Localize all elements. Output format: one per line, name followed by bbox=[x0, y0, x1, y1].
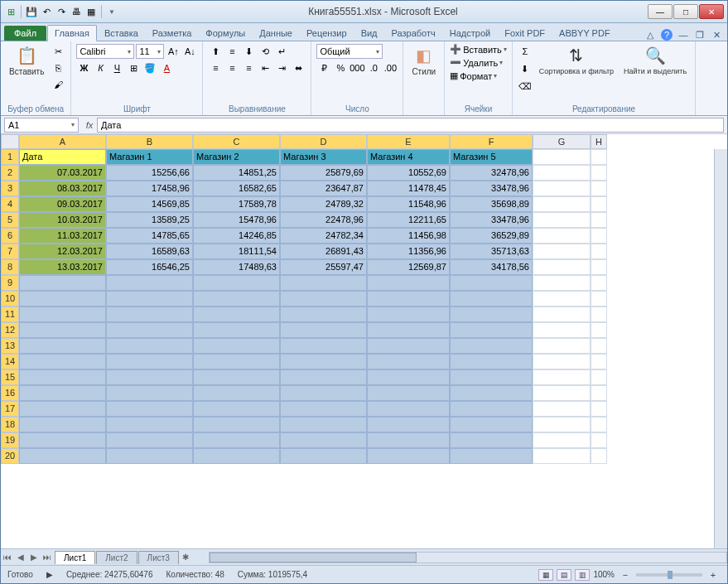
cell[interactable] bbox=[367, 385, 450, 401]
vertical-scrollbar[interactable] bbox=[714, 149, 727, 548]
view-break-icon[interactable]: ▥ bbox=[575, 569, 590, 581]
cell[interactable]: Магазин 5 bbox=[450, 149, 533, 165]
cell[interactable] bbox=[367, 338, 450, 354]
row-header[interactable]: 6 bbox=[1, 228, 19, 244]
tab-insert[interactable]: Вставка bbox=[98, 26, 145, 41]
cell[interactable] bbox=[591, 338, 607, 354]
cell[interactable] bbox=[591, 212, 607, 228]
cell[interactable]: 14569,85 bbox=[106, 196, 193, 212]
cell[interactable] bbox=[280, 432, 367, 448]
cell[interactable] bbox=[533, 448, 591, 464]
cell[interactable]: 16582,65 bbox=[193, 181, 280, 196]
cell[interactable]: 14246,85 bbox=[193, 228, 280, 244]
cell[interactable]: 26891,43 bbox=[280, 244, 367, 259]
cell[interactable]: 08.03.2017 bbox=[19, 181, 106, 196]
column-header[interactable]: A bbox=[19, 134, 106, 149]
cell[interactable] bbox=[367, 275, 450, 291]
cell[interactable] bbox=[280, 401, 367, 417]
cell[interactable]: 16589,63 bbox=[106, 244, 193, 259]
cell[interactable] bbox=[591, 149, 607, 165]
column-header[interactable]: C bbox=[193, 134, 280, 149]
print-icon[interactable]: 🖶 bbox=[70, 5, 83, 18]
row-header[interactable]: 15 bbox=[1, 369, 19, 385]
nav-last-icon[interactable]: ⏭ bbox=[41, 551, 54, 564]
cell[interactable] bbox=[533, 259, 591, 275]
nav-next-icon[interactable]: ▶ bbox=[27, 551, 41, 564]
tab-addins[interactable]: Надстрой bbox=[443, 26, 497, 41]
cell[interactable]: 33478,96 bbox=[450, 212, 533, 228]
cell[interactable]: Магазин 4 bbox=[367, 149, 450, 165]
autosum-icon[interactable]: Σ bbox=[518, 44, 533, 59]
align-top-icon[interactable]: ⬆ bbox=[208, 44, 223, 59]
cell[interactable]: 09.03.2017 bbox=[19, 196, 106, 212]
column-header[interactable]: H bbox=[591, 134, 607, 149]
cell[interactable] bbox=[106, 322, 193, 338]
cell[interactable] bbox=[533, 322, 591, 338]
row-header[interactable]: 16 bbox=[1, 385, 19, 401]
new-sheet-icon[interactable]: ✱ bbox=[179, 551, 192, 564]
cell[interactable]: 12211,65 bbox=[367, 212, 450, 228]
cell[interactable] bbox=[106, 291, 193, 306]
dec-decimal-icon[interactable]: .00 bbox=[383, 60, 398, 75]
cell[interactable]: 34178,56 bbox=[450, 259, 533, 275]
inc-decimal-icon[interactable]: .0 bbox=[366, 60, 381, 75]
zoom-out-icon[interactable]: − bbox=[618, 567, 633, 582]
cell[interactable] bbox=[193, 354, 280, 369]
cell[interactable] bbox=[19, 322, 106, 338]
doc-minimize-icon[interactable]: — bbox=[677, 29, 689, 41]
cell[interactable] bbox=[533, 306, 591, 322]
cell[interactable]: 11478,45 bbox=[367, 181, 450, 196]
underline-icon[interactable]: Ч bbox=[109, 60, 124, 75]
fx-icon[interactable]: fx bbox=[82, 118, 97, 133]
cell[interactable] bbox=[106, 432, 193, 448]
cell[interactable] bbox=[591, 181, 607, 196]
cell[interactable] bbox=[19, 401, 106, 417]
maximize-button[interactable]: □ bbox=[673, 4, 698, 19]
cell[interactable] bbox=[19, 385, 106, 401]
cell[interactable] bbox=[450, 322, 533, 338]
cell[interactable] bbox=[591, 306, 607, 322]
merge-icon[interactable]: ⬌ bbox=[291, 60, 306, 75]
cell[interactable]: 13589,25 bbox=[106, 212, 193, 228]
cell[interactable] bbox=[19, 432, 106, 448]
cell[interactable] bbox=[19, 369, 106, 385]
cell[interactable]: 23647,87 bbox=[280, 181, 367, 196]
size-select[interactable]: 11▾ bbox=[136, 44, 164, 59]
cell[interactable] bbox=[450, 417, 533, 432]
undo-icon[interactable]: ↶ bbox=[40, 5, 53, 18]
cell[interactable] bbox=[193, 401, 280, 417]
cell[interactable]: 14851,25 bbox=[193, 165, 280, 181]
cell[interactable]: 17589,78 bbox=[193, 196, 280, 212]
cell[interactable] bbox=[533, 385, 591, 401]
align-middle-icon[interactable]: ≡ bbox=[224, 44, 239, 59]
find-select-button[interactable]: 🔍 Найти и выделить bbox=[620, 44, 690, 77]
cell[interactable] bbox=[193, 322, 280, 338]
cell[interactable] bbox=[533, 401, 591, 417]
cell[interactable]: 32478,96 bbox=[450, 165, 533, 181]
column-header[interactable]: B bbox=[106, 134, 193, 149]
cell[interactable] bbox=[450, 338, 533, 354]
cell[interactable] bbox=[367, 448, 450, 464]
cells-insert-button[interactable]: ➕Вставить▾ bbox=[450, 44, 507, 55]
cell[interactable] bbox=[591, 432, 607, 448]
help-icon[interactable]: ? bbox=[661, 29, 673, 41]
cell[interactable] bbox=[533, 291, 591, 306]
cell[interactable] bbox=[367, 354, 450, 369]
comma-icon[interactable]: 000 bbox=[350, 60, 364, 75]
copy-icon[interactable]: ⎘ bbox=[51, 60, 65, 75]
cell[interactable] bbox=[533, 212, 591, 228]
cell[interactable] bbox=[106, 385, 193, 401]
cell[interactable] bbox=[450, 306, 533, 322]
cell[interactable] bbox=[280, 385, 367, 401]
shrink-font-icon[interactable]: A↓ bbox=[182, 44, 197, 59]
grow-font-icon[interactable]: A↑ bbox=[166, 44, 181, 59]
cell[interactable] bbox=[533, 354, 591, 369]
cell[interactable] bbox=[450, 385, 533, 401]
cell[interactable] bbox=[280, 275, 367, 291]
tab-review[interactable]: Рецензир bbox=[300, 26, 354, 41]
row-header[interactable]: 11 bbox=[1, 306, 19, 322]
cell[interactable] bbox=[193, 338, 280, 354]
cell[interactable] bbox=[193, 417, 280, 432]
cell[interactable] bbox=[533, 275, 591, 291]
row-header[interactable]: 10 bbox=[1, 291, 19, 306]
